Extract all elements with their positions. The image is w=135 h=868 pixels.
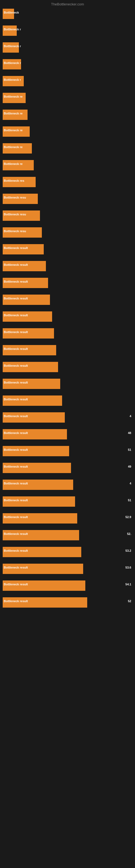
bar-value: 54.1 xyxy=(126,583,131,586)
bar-label: Bottleneck result xyxy=(4,448,28,452)
bar-fill: Bottleneck result xyxy=(3,362,58,372)
bar-label: Bottleneck re xyxy=(4,129,23,132)
bar-fill: Bottleneck r xyxy=(3,76,24,86)
bar-value: 51 xyxy=(128,448,131,452)
bar-fill: Bottleneck resu xyxy=(3,194,38,204)
bar-label: Bottleneck r xyxy=(4,28,21,31)
bar-label: Bottleneck result xyxy=(4,499,28,502)
bar-row: 48Bottleneck result xyxy=(3,428,132,445)
bar-fill: Bottleneck result xyxy=(3,278,48,288)
bar-label: Bottleneck re xyxy=(4,112,23,115)
bar-value: 51 xyxy=(128,499,131,502)
bar-row: 54.1Bottleneck result xyxy=(3,579,132,596)
bar-label: Bottleneck result xyxy=(4,599,28,603)
bar-label: Bottleneck res xyxy=(4,179,24,182)
bar-row: Bottleneck r xyxy=(3,58,132,75)
bar-row: Bottleneck xyxy=(3,8,132,24)
bar-label: Bottleneck re xyxy=(4,95,23,98)
bar-fill: Bottleneck result xyxy=(3,412,65,423)
bar-fill: Bottleneck r xyxy=(3,59,21,69)
bar-label: Bottleneck result xyxy=(4,314,28,317)
bar-value: 49 xyxy=(128,465,131,468)
bar-row: Bottleneck result xyxy=(3,378,132,394)
bar-fill: Bottleneck resu xyxy=(3,211,40,221)
bar-value: 48 xyxy=(128,431,131,435)
bar-label: Bottleneck result xyxy=(4,381,28,384)
bar-fill: Bottleneck result xyxy=(3,496,75,507)
bar-fill: Bottleneck result xyxy=(3,311,52,322)
bar-row: Bottleneck resu xyxy=(3,209,132,226)
bar-fill: Bottleneck res xyxy=(3,177,36,187)
bar-label: Bottleneck result xyxy=(4,263,28,267)
bar-row: Bottleneck r xyxy=(3,41,132,58)
bar-row: 51Bottleneck result xyxy=(3,495,132,512)
bar-label: Bottleneck r xyxy=(4,61,21,65)
bar-fill: Bottleneck xyxy=(3,9,14,19)
bar-fill: Bottleneck re xyxy=(3,160,34,170)
bar-row: 52Bottleneck result xyxy=(3,596,132,613)
bar-row: Bottleneck r xyxy=(3,24,132,41)
bar-row: 51Bottleneck result xyxy=(3,445,132,462)
bar-value: 53.2 xyxy=(126,549,131,552)
bar-row: 52.Bottleneck result xyxy=(3,529,132,546)
bar-label: Bottleneck re xyxy=(4,162,23,165)
bar-fill: Bottleneck resu xyxy=(3,227,42,238)
bars-container: BottleneckBottleneck rBottleneck rBottle… xyxy=(0,8,135,613)
bar-label: Bottleneck re xyxy=(4,145,23,149)
bar-label: Bottleneck result xyxy=(4,280,28,283)
bar-fill: Bottleneck result xyxy=(3,328,54,339)
bar-row: Bottleneck result xyxy=(3,293,132,310)
bar-row: Bottleneck res xyxy=(3,176,132,193)
bar-label: Bottleneck xyxy=(4,11,19,14)
bar-fill: Bottleneck r xyxy=(3,26,17,36)
bar-fill: Bottleneck result xyxy=(3,547,81,557)
bar-row: Bottleneck result xyxy=(3,344,132,361)
bar-fill: Bottleneck result xyxy=(3,379,60,389)
bar-fill: Bottleneck result xyxy=(3,446,69,456)
bar-row: Bottleneck re xyxy=(3,108,132,125)
bar-label: Bottleneck r xyxy=(4,44,21,48)
bar-label: Bottleneck result xyxy=(4,431,28,435)
bar-row: 53.6Bottleneck result xyxy=(3,563,132,579)
bar-label: Bottleneck result xyxy=(4,465,28,468)
bar-fill: Bottleneck result xyxy=(3,261,46,271)
bar-row: Bottleneck result xyxy=(3,361,132,378)
bar-row: 53.2Bottleneck result xyxy=(3,546,132,563)
bar-label: Bottleneck result xyxy=(4,532,28,535)
bar-label: Bottleneck result xyxy=(4,347,28,350)
bar-fill: Bottleneck result xyxy=(3,294,50,305)
bar-row: 4Bottleneck result xyxy=(3,478,132,495)
bar-label: Bottleneck result xyxy=(4,297,28,300)
bar-label: Bottleneck resu xyxy=(4,213,26,216)
bar-label: Bottleneck result xyxy=(4,246,28,250)
bar-fill: Bottleneck r xyxy=(3,42,19,53)
bar-value: 4 xyxy=(130,414,131,418)
bar-fill: Bottleneck result xyxy=(3,479,73,490)
bar-row: Bottleneck re xyxy=(3,92,132,108)
bar-label: Bottleneck result xyxy=(4,516,28,519)
bar-row: Bottleneck r xyxy=(3,75,132,92)
bar-label: Bottleneck result xyxy=(4,549,28,552)
bar-fill: Bottleneck result xyxy=(3,396,62,406)
bar-label: Bottleneck result xyxy=(4,583,28,586)
bar-fill: Bottleneck result xyxy=(3,513,77,524)
bar-row: Bottleneck result xyxy=(3,243,132,260)
bar-value: 53.6 xyxy=(126,566,131,569)
bar-row: Bottleneck result xyxy=(3,327,132,344)
bar-fill: Bottleneck re xyxy=(3,126,30,137)
bar-fill: Bottleneck re xyxy=(3,93,26,103)
bar-fill: Bottleneck re xyxy=(3,143,32,154)
bar-row: 52.9Bottleneck result xyxy=(3,512,132,529)
bar-fill: Bottleneck result xyxy=(3,345,56,355)
bar-label: Bottleneck result xyxy=(4,330,28,334)
bar-value: 52. xyxy=(127,532,131,535)
bar-row: Bottleneck result xyxy=(3,260,132,277)
bar-fill: Bottleneck result xyxy=(3,581,85,591)
bar-label: Bottleneck result xyxy=(4,566,28,569)
bar-label: Bottleneck result xyxy=(4,482,28,485)
bar-row: Bottleneck re xyxy=(3,125,132,142)
bar-label: Bottleneck r xyxy=(4,78,21,82)
bar-row: Bottleneck result xyxy=(3,394,132,411)
site-title: TheBottlenecker.com xyxy=(0,0,135,7)
bar-label: Bottleneck result xyxy=(4,364,28,367)
